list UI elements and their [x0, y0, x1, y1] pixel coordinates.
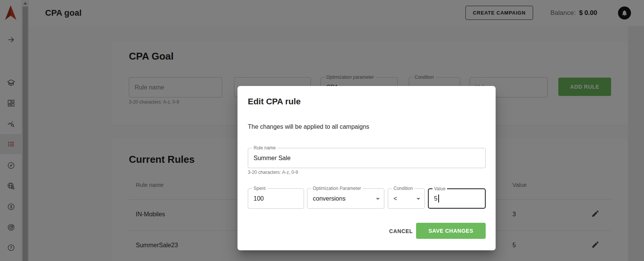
cancel-button[interactable]: CANCEL: [385, 225, 417, 237]
modal-spent-label: Spent: [252, 186, 267, 191]
modal-optimization-label: Optimization Parameter: [311, 186, 363, 191]
save-changes-button[interactable]: SAVE CHANGES: [416, 223, 486, 239]
modal-rule-name-input[interactable]: Rule name Summer Sale: [248, 148, 486, 168]
modal-rule-name-value: Summer Sale: [254, 155, 291, 162]
chevron-down-icon[interactable]: [376, 198, 380, 200]
chevron-down-icon[interactable]: [416, 198, 420, 200]
modal-value-input[interactable]: Value 5: [428, 188, 486, 209]
modal-condition-label: Condition: [392, 186, 415, 191]
modal-condition-select[interactable]: Condition <: [388, 188, 425, 209]
text-cursor: [438, 195, 439, 203]
modal-condition-value: <: [394, 195, 397, 202]
modal-spent-value: 100: [254, 195, 264, 202]
modal-spent-input[interactable]: Spent 100: [248, 188, 304, 209]
modal-value-value: 5: [434, 195, 437, 202]
dialog-title: Edit CPA rule: [248, 97, 301, 107]
modal-value-label: Value: [433, 186, 447, 191]
dialog-subtitle: The changes will be applied to all campa…: [248, 123, 369, 130]
modal-rule-name-hint: 3-20 characters: A-z, 0-9: [248, 170, 298, 175]
modal-rule-name-label: Rule name: [252, 146, 277, 150]
edit-cpa-rule-dialog: Edit CPA rule The changes will be applie…: [237, 86, 496, 250]
modal-optimization-value: conversions: [313, 195, 345, 202]
modal-optimization-select[interactable]: Optimization Parameter conversions: [307, 188, 384, 209]
